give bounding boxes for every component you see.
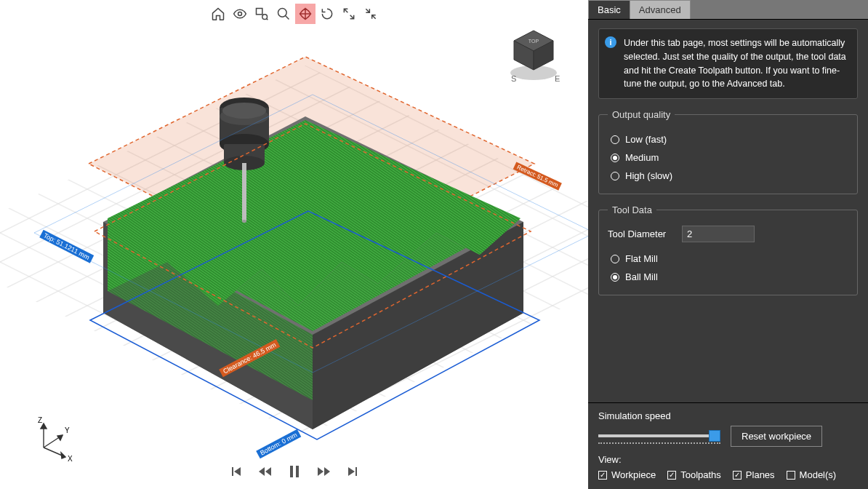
svg-text:X: X (68, 455, 73, 463)
simulation-speed-slider[interactable] (598, 429, 720, 444)
simulation-speed-label: Simulation speed (598, 410, 858, 421)
tab-basic[interactable]: Basic (588, 0, 630, 19)
pause-button[interactable] (286, 462, 303, 483)
tab-advanced[interactable]: Advanced (630, 0, 691, 19)
radio-label: Ball Mill (625, 271, 658, 282)
svg-rect-29 (242, 163, 246, 221)
check-label: Planes (746, 469, 775, 480)
svg-text:Z: Z (38, 416, 42, 424)
view-label: View: (598, 454, 858, 465)
radio-ball-mill[interactable]: Ball Mill (608, 268, 848, 286)
viewport-3d[interactable]: TOP S E (0, 0, 588, 489)
svg-point-30 (242, 220, 246, 223)
pan-button[interactable] (295, 4, 316, 24)
check-workpiece[interactable]: Workpiece (598, 469, 656, 480)
reset-workpiece-button[interactable]: Reset workpiece (731, 426, 822, 447)
output-quality-legend: Output quality (608, 109, 675, 120)
zoom-button[interactable] (273, 4, 294, 24)
radio-label: High (slow) (625, 170, 672, 181)
svg-point-2 (262, 15, 267, 20)
svg-marker-51 (348, 467, 355, 476)
checkbox-icon (598, 471, 607, 480)
svg-rect-47 (290, 466, 293, 477)
check-models[interactable]: Model(s) (787, 469, 837, 480)
radio-icon (611, 273, 619, 282)
collapse-button[interactable] (361, 4, 381, 24)
radio-label: Flat Mill (625, 253, 658, 264)
info-box: i Under this tab page, most settings wil… (598, 28, 858, 99)
radio-medium[interactable]: Medium (608, 148, 848, 167)
svg-marker-46 (265, 467, 271, 476)
svg-rect-43 (232, 467, 233, 476)
radio-label: Low (fast) (625, 134, 667, 145)
check-label: Model(s) (800, 469, 837, 480)
output-quality-group: Output quality Low (fast) Medium High (s… (598, 109, 858, 194)
tool-diameter-label: Tool Diameter (608, 228, 675, 239)
svg-text:S: S (511, 74, 516, 83)
radio-high[interactable]: High (slow) (608, 167, 848, 185)
svg-marker-49 (318, 467, 324, 476)
checkbox-icon (787, 471, 795, 480)
scene-3d (0, 0, 588, 489)
checkbox-icon (667, 471, 676, 480)
tool-data-legend: Tool Data (608, 204, 656, 215)
radio-flat-mill[interactable]: Flat Mill (608, 250, 848, 268)
svg-rect-52 (355, 467, 357, 476)
eye-button[interactable] (230, 4, 250, 24)
view-cube[interactable]: TOP S E (501, 22, 566, 90)
radio-low[interactable]: Low (fast) (608, 130, 848, 148)
radio-icon (611, 172, 619, 180)
svg-marker-37 (57, 435, 63, 440)
check-label: Toolpaths (680, 469, 721, 480)
checkbox-icon (733, 471, 742, 480)
radio-icon (611, 135, 619, 144)
svg-text:Y: Y (65, 426, 70, 434)
svg-marker-39 (41, 424, 47, 429)
svg-marker-50 (324, 467, 330, 476)
home-button[interactable] (208, 4, 228, 24)
svg-rect-1 (256, 9, 262, 15)
svg-rect-48 (296, 466, 299, 477)
expand-button[interactable] (339, 4, 359, 24)
tab-body-basic: i Under this tab page, most settings wil… (588, 20, 868, 402)
radio-icon (611, 255, 619, 263)
axis-gizmo: X Y Z (22, 415, 73, 467)
check-label: Workpiece (611, 469, 656, 480)
svg-text:TOP: TOP (529, 39, 539, 44)
playback-controls (228, 462, 361, 483)
rotate-button[interactable] (317, 4, 337, 24)
svg-marker-44 (234, 467, 241, 476)
check-toolpaths[interactable]: Toolpaths (667, 469, 721, 480)
zoom-window-button[interactable] (252, 4, 272, 24)
simulation-panel: Simulation speed Reset workpiece View: W… (588, 402, 868, 489)
tool-data-group: Tool Data Tool Diameter Flat Mill Ball M… (598, 204, 858, 295)
svg-text:E: E (555, 74, 560, 83)
tool-diameter-input[interactable] (682, 226, 755, 242)
radio-icon (611, 154, 619, 162)
settings-panel: Basic Advanced i Under this tab page, mo… (588, 0, 868, 489)
radio-label: Medium (625, 152, 659, 163)
info-icon: i (605, 36, 616, 48)
rewind-button[interactable] (255, 463, 276, 482)
skip-end-button[interactable] (344, 463, 361, 482)
svg-marker-35 (61, 453, 65, 458)
view-toolbar (208, 4, 381, 24)
forward-button[interactable] (313, 463, 334, 482)
svg-point-26 (222, 103, 266, 119)
svg-point-3 (278, 9, 286, 17)
tab-bar: Basic Advanced (588, 0, 868, 20)
check-planes[interactable]: Planes (733, 469, 775, 480)
svg-marker-45 (259, 467, 265, 476)
svg-point-0 (238, 12, 241, 16)
info-text: Under this tab page, most settings will … (624, 38, 846, 89)
skip-start-button[interactable] (228, 463, 245, 482)
